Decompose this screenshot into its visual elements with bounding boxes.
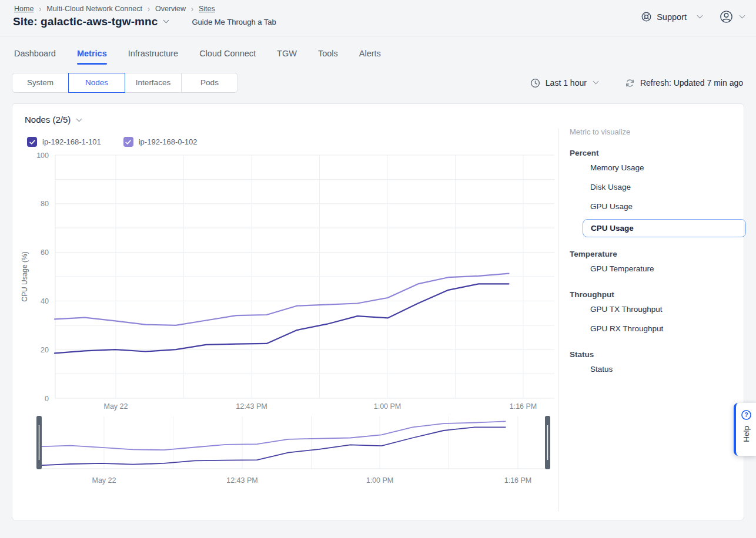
svg-text:100: 100 (36, 152, 49, 160)
nodes-card: Nodes (2/5) ip-192-168-1-101ip-192-168-0… (12, 103, 744, 520)
metric-group-temperature: TemperatureGPU Temperature (570, 250, 746, 278)
cpu-usage-line-chart: 020406080100CPU Usage (%)May 2212:43 PM1… (18, 149, 556, 419)
svg-text:1:00 PM: 1:00 PM (374, 402, 402, 411)
time-range-selector[interactable]: Last 1 hour (530, 78, 598, 88)
metric-item-memory-usage[interactable]: Memory Usage (583, 159, 746, 177)
toolbar-right: Last 1 hour Refresh: Updated 7 min ago (530, 78, 743, 88)
metric-group-header-status: Status (570, 350, 746, 359)
tab-dashboard[interactable]: Dashboard (14, 49, 56, 65)
refresh-button[interactable]: Refresh: Updated 7 min ago (625, 78, 743, 88)
svg-text:60: 60 (41, 248, 49, 257)
subtab-interfaces[interactable]: Interfaces (125, 73, 182, 93)
nodes-panel-title: Nodes (2/5) (25, 115, 71, 125)
help-button[interactable]: ? Help (734, 403, 756, 456)
header-actions: Support (641, 10, 744, 23)
breadcrumb-separator-icon: › (191, 4, 193, 14)
series-line-ip-192-168-0-102 (55, 274, 509, 325)
tab-tools[interactable]: Tools (318, 49, 338, 65)
svg-text:May 22: May 22 (104, 402, 128, 411)
site-chevron-down-icon[interactable] (163, 18, 169, 23)
legend-checkbox-ip-192-168-1-101[interactable] (27, 137, 37, 147)
support-chevron-down-icon (697, 12, 703, 18)
metric-group-header-throughput: Throughput (570, 290, 746, 299)
tab-tgw[interactable]: TGW (277, 49, 297, 65)
svg-text:1:16 PM: 1:16 PM (504, 476, 532, 485)
breadcrumb-item-sites[interactable]: Sites (199, 5, 215, 13)
metric-group-throughput: ThroughputGPU TX ThroughputGPU RX Throug… (570, 290, 746, 338)
account-chevron-down-icon (740, 12, 745, 18)
metric-item-gpu-rx-throughput[interactable]: GPU RX Throughput (583, 320, 746, 338)
time-range-label: Last 1 hour (546, 78, 587, 88)
page-title: Site: galactic-aws-tgw-mnc (13, 15, 158, 28)
legend-label: ip-192-168-1-101 (42, 137, 101, 146)
breadcrumb-separator-icon: › (39, 4, 41, 14)
svg-text:12:43 PM: 12:43 PM (236, 402, 267, 411)
metric-groups: PercentMemory UsageDisk UsageGPU UsageCP… (570, 149, 746, 378)
nodes-panel-chevron-icon (76, 116, 82, 122)
account-menu[interactable] (720, 10, 744, 23)
svg-text:40: 40 (41, 297, 49, 305)
legend-checkbox-ip-192-168-0-102[interactable] (123, 137, 133, 147)
help-label: Help (742, 426, 751, 442)
svg-text:1:00 PM: 1:00 PM (366, 476, 394, 485)
metric-group-header-temperature: Temperature (570, 250, 746, 258)
subtab-nodes[interactable]: Nodes (68, 73, 125, 93)
metric-group-status: StatusStatus (570, 350, 746, 378)
user-avatar-icon (720, 10, 733, 23)
svg-text:12:43 PM: 12:43 PM (226, 476, 258, 485)
svg-text:?: ? (744, 412, 748, 418)
legend-label: ip-192-168-0-102 (139, 137, 198, 146)
legend-item-ip-192-168-0-102[interactable]: ip-192-168-0-102 (123, 137, 198, 147)
svg-text:20: 20 (41, 346, 49, 354)
brush-series-line-ip-192-168-1-101 (39, 427, 506, 465)
tab-bar: DashboardMetricsInfrastructureCloud Conn… (0, 36, 756, 65)
chart-range-brush[interactable]: May 2212:43 PM1:00 PM1:16 PM (18, 414, 556, 493)
guide-me-button[interactable]: Guide Me Through a Tab (192, 18, 276, 26)
svg-text:May 22: May 22 (92, 476, 116, 485)
metric-item-gpu-usage[interactable]: GPU Usage (583, 197, 746, 216)
breadcrumb-item-multi-cloud-network-connect: Multi-Cloud Network Connect (46, 5, 142, 13)
y-axis-title: CPU Usage (%) (21, 251, 29, 301)
tab-infrastructure[interactable]: Infrastructure (128, 49, 178, 65)
support-label: Support (657, 12, 687, 22)
panel-divider (558, 129, 558, 512)
svg-text:0: 0 (45, 395, 49, 403)
brush-series-line-ip-192-168-0-102 (39, 421, 506, 450)
breadcrumb: Home›Multi-Cloud Network Connect›Overvie… (14, 5, 215, 13)
series-line-ip-192-168-1-101 (55, 284, 509, 353)
subtab-group: SystemNodesInterfacesPods (12, 73, 238, 93)
metric-item-cpu-usage[interactable]: CPU Usage (583, 219, 746, 237)
tab-metrics[interactable]: Metrics (77, 49, 107, 65)
subtab-system[interactable]: System (12, 73, 69, 93)
metric-group-percent: PercentMemory UsageDisk UsageGPU UsageCP… (570, 149, 746, 237)
support-menu[interactable]: Support (641, 11, 702, 22)
legend-item-ip-192-168-1-101[interactable]: ip-192-168-1-101 (27, 137, 101, 147)
time-range-chevron-icon (593, 79, 598, 85)
svg-text:1:16 PM: 1:16 PM (510, 402, 537, 411)
metric-item-gpu-temperature[interactable]: GPU Temperature (583, 260, 746, 278)
nodes-panel-header[interactable]: Nodes (2/5) (25, 115, 81, 125)
metric-item-disk-usage[interactable]: Disk Usage (583, 178, 746, 196)
checkmark-icon (29, 139, 36, 146)
svg-text:80: 80 (41, 200, 49, 208)
clock-icon (530, 78, 540, 88)
question-circle-icon: ? (741, 409, 752, 421)
refresh-icon (625, 78, 635, 88)
refresh-label: Refresh: Updated 7 min ago (640, 78, 743, 88)
checkmark-icon (125, 139, 132, 146)
toolbar: SystemNodesInterfacesPods Last 1 hour Re… (12, 73, 743, 93)
breadcrumb-item-overview: Overview (155, 5, 186, 13)
breadcrumb-separator-icon: › (148, 4, 150, 14)
title-row: Site: galactic-aws-tgw-mnc Guide Me Thro… (13, 15, 276, 28)
metric-group-header-percent: Percent (570, 149, 746, 157)
support-lifebuoy-icon (641, 11, 652, 22)
chart-legend: ip-192-168-1-101ip-192-168-0-102 (27, 137, 197, 147)
breadcrumb-item-home[interactable]: Home (14, 5, 34, 13)
metric-item-gpu-tx-throughput[interactable]: GPU TX Throughput (583, 300, 746, 318)
tab-cloud-connect[interactable]: Cloud Connect (199, 49, 256, 65)
metric-selector-panel: Metric to visualize PercentMemory UsageD… (570, 127, 746, 378)
metric-item-status[interactable]: Status (583, 360, 746, 378)
page-header: Home›Multi-Cloud Network Connect›Overvie… (0, 0, 756, 36)
tab-alerts[interactable]: Alerts (359, 49, 381, 65)
subtab-pods[interactable]: Pods (181, 73, 238, 93)
